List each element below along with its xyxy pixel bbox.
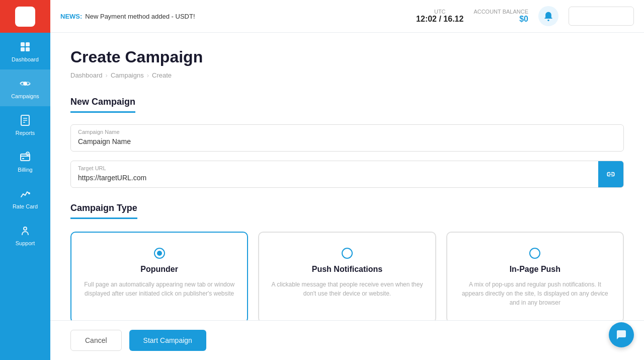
push-desc: A clickable message that people receive … <box>269 280 425 298</box>
topbar-balance: ACCOUNT BALANCE $0 <box>473 9 528 24</box>
breadcrumb-dashboard[interactable]: Dashboard <box>70 71 103 79</box>
sidebar-item-billing[interactable]: $ Billing <box>0 143 50 180</box>
dashboard-icon <box>18 40 32 54</box>
new-campaign-section: New Campaign Campaign Name Target URL <box>70 97 624 188</box>
balance-value: $0 <box>473 15 528 24</box>
topbar-right: UTC 12:02 / 16.12 ACCOUNT BALANCE $0 <box>416 6 634 26</box>
breadcrumb-campaigns[interactable]: Campaigns <box>111 71 144 79</box>
reports-icon <box>18 113 32 127</box>
popunder-name: Popunder <box>82 265 237 274</box>
sidebar-label-rate-card: Rate Card <box>13 203 38 209</box>
target-url-field: Target URL <box>70 161 624 188</box>
campaigns-icon <box>18 77 32 91</box>
main-wrapper: NEWS: New Payment method added - USDT! U… <box>50 0 644 360</box>
billing-icon: $ <box>18 150 32 164</box>
logo[interactable] <box>0 0 50 33</box>
topbar: NEWS: New Payment method added - USDT! U… <box>50 0 644 33</box>
svg-rect-0 <box>21 42 25 46</box>
new-campaign-title: New Campaign <box>70 97 135 113</box>
utc-label: UTC <box>416 9 463 15</box>
sidebar-item-campaigns[interactable]: Campaigns <box>0 69 50 106</box>
page-title: Create Campaign <box>70 48 624 66</box>
start-campaign-button[interactable]: Start Campaign <box>129 330 206 351</box>
sidebar-label-billing: Billing <box>18 167 32 173</box>
notification-bell-button[interactable] <box>538 6 558 26</box>
popunder-radio <box>154 248 165 259</box>
svg-point-15 <box>24 227 27 230</box>
logo-icon <box>15 7 35 27</box>
campaign-name-input[interactable] <box>78 137 616 146</box>
breadcrumb: Dashboard › Campaigns › Create <box>70 71 624 79</box>
cancel-button[interactable]: Cancel <box>70 330 122 351</box>
breadcrumb-current: Create <box>152 71 172 79</box>
sidebar-item-dashboard[interactable]: Dashboard <box>0 33 50 69</box>
inpage-desc: A mix of pop-ups and regular push notifi… <box>457 280 613 307</box>
news-label: NEWS: <box>60 13 82 20</box>
target-url-label: Target URL <box>78 165 591 171</box>
sidebar-label-campaigns: Campaigns <box>11 93 39 99</box>
popunder-desc: Full page an automatically appearing new… <box>82 280 237 298</box>
sidebar-label-dashboard: Dashboard <box>12 56 39 62</box>
breadcrumb-sep-1: › <box>106 71 108 79</box>
sidebar-label-support: Support <box>16 240 35 246</box>
push-radio <box>342 248 353 259</box>
campaign-type-title: Campaign Type <box>70 203 137 219</box>
inpage-name: In-Page Push <box>457 265 613 274</box>
bottom-bar: Cancel Start Campaign <box>50 320 644 360</box>
time-value: 12:02 / 16.12 <box>416 15 463 24</box>
news-text: New Payment method added - USDT! <box>85 13 195 20</box>
campaign-name-field: Campaign Name <box>70 124 624 152</box>
campaign-name-label: Campaign Name <box>78 129 616 135</box>
svg-point-14 <box>28 192 30 194</box>
campaign-card-popunder[interactable]: Popunder Full page an automatically appe… <box>70 232 248 320</box>
balance-label: ACCOUNT BALANCE <box>473 9 528 15</box>
svg-rect-1 <box>26 42 30 46</box>
sidebar-label-reports: Reports <box>16 130 35 136</box>
target-url-input[interactable] <box>78 174 591 182</box>
topbar-time: UTC 12:02 / 16.12 <box>416 9 463 24</box>
sidebar-item-support[interactable]: Support <box>0 217 50 253</box>
sidebar: Dashboard Campaigns Reports <box>0 0 50 360</box>
svg-text:$: $ <box>27 153 29 156</box>
inpage-radio <box>529 248 540 259</box>
rate-card-icon <box>18 187 32 201</box>
svg-point-16 <box>547 20 549 21</box>
sidebar-item-reports[interactable]: Reports <box>0 106 50 143</box>
page-content: Create Campaign Dashboard › Campaigns › … <box>50 33 644 320</box>
support-icon <box>18 224 32 238</box>
url-action-button[interactable] <box>598 161 623 187</box>
push-name: Push Notifications <box>269 265 425 274</box>
svg-rect-3 <box>26 47 30 51</box>
campaign-card-push[interactable]: Push Notifications A clickable message t… <box>258 232 436 320</box>
campaign-type-section: Campaign Type Popunder Full page an auto… <box>70 203 624 320</box>
breadcrumb-sep-2: › <box>147 71 149 79</box>
chat-button[interactable] <box>609 322 634 347</box>
campaign-type-grid: Popunder Full page an automatically appe… <box>70 232 624 320</box>
svg-rect-11 <box>22 158 24 159</box>
campaign-card-inpage[interactable]: In-Page Push A mix of pop-ups and regula… <box>446 232 624 320</box>
target-url-inner: Target URL <box>71 161 598 187</box>
sidebar-item-rate-card[interactable]: Rate Card <box>0 180 50 217</box>
topbar-action-button[interactable] <box>569 7 634 26</box>
svg-rect-2 <box>21 47 25 51</box>
topbar-news: NEWS: New Payment method added - USDT! <box>60 13 416 20</box>
